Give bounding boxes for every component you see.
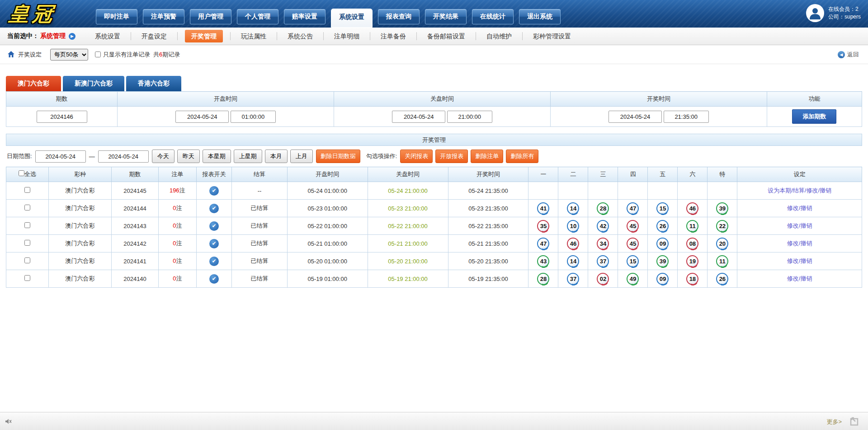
only-bet-records-checkbox[interactable] [95,51,101,57]
draw-date-input[interactable] [609,111,662,123]
quick-range-button-4[interactable]: 本月 [265,150,288,163]
action-link-0[interactable]: 修改 [787,275,799,282]
nav-tab-4[interactable]: 赔率设置 [284,9,326,24]
more-link[interactable]: 更多> [826,418,842,426]
close-time-input[interactable] [447,111,492,123]
action-link-2[interactable]: 修改 [806,187,818,194]
bets-suffix: 注 [176,257,182,264]
report-on-check-icon[interactable] [209,221,219,231]
report-on-check-icon[interactable] [209,186,219,196]
row-ball-cell: 46 [558,235,588,252]
nav-tab-6[interactable]: 报表查询 [378,9,420,24]
nav-tab-8[interactable]: 在线统计 [472,9,514,24]
lottery-tab-0[interactable]: 澳门六合彩 [6,76,61,91]
action-link-3[interactable]: 撤销 [820,187,831,194]
lottery-ball: 15 [627,255,639,267]
nav-tab-7[interactable]: 开奖结果 [425,9,467,24]
submenu-item-7[interactable]: 备份邮箱设置 [417,32,476,40]
quick-range-button-2[interactable]: 本星期 [203,150,231,163]
row-checkbox[interactable] [24,275,30,281]
date-from-input[interactable] [35,150,86,163]
action-link-0[interactable]: 修改 [787,222,799,229]
row-ball-cell: 39 [708,200,737,217]
submenu-item-0[interactable]: 系统设置 [85,32,131,40]
lottery-ball: 42 [597,220,609,232]
action-link-1[interactable]: 撤销 [800,275,812,282]
submenu-item-9[interactable]: 彩种管理设置 [523,32,581,40]
action-link-1[interactable]: 撤销 [800,205,812,211]
row-ball-cell: 22 [708,217,737,235]
submenu-item-4[interactable]: 系统公告 [277,32,324,40]
submenu-item-5[interactable]: 注单明细 [324,32,370,40]
report-on-check-icon[interactable] [209,257,219,266]
row-ball-cell: 14 [558,200,588,217]
row-checkbox[interactable] [24,187,30,193]
action-link-1[interactable]: 撤销 [800,222,812,229]
row-ball-cell: 45 [618,217,648,235]
op-button-0[interactable]: 关闭报表 [400,150,433,163]
popout-icon[interactable] [849,416,860,427]
company-label: 公司： [828,14,844,20]
nav-tab-0[interactable]: 即时注单 [96,9,137,24]
period-column-header: 开奖时间 [550,92,767,107]
draw-column-header: 一 [528,167,558,182]
row-checkbox[interactable] [24,222,30,228]
action-link-1[interactable]: 撤销 [800,240,812,247]
draw-column-header: 注单 [158,167,196,182]
row-draw-time: 05-19 21:35:00 [448,270,528,288]
quick-range-button-3[interactable]: 上星期 [234,150,262,163]
delete-date-data-button[interactable]: 删除日期数据 [316,150,360,163]
nav-tab-3[interactable]: 个人管理 [237,9,278,24]
submenu-item-8[interactable]: 自动维护 [476,32,523,40]
row-draw-time: 05-21 21:35:00 [448,235,528,252]
lottery-ball: 08 [686,238,698,250]
quick-range-button-1[interactable]: 昨天 [177,150,200,163]
action-link-1[interactable]: 撤销 [800,257,812,264]
submenu-item-3[interactable]: 玩法属性 [230,32,277,40]
lottery-ball: 37 [597,255,609,267]
action-link-0[interactable]: 修改 [787,240,799,247]
nav-tab-9[interactable]: 退出系统 [519,9,561,24]
report-on-check-icon[interactable] [209,239,219,248]
select-all-checkbox[interactable] [19,170,24,176]
quick-range-button-0[interactable]: 今天 [152,150,175,163]
add-period-button[interactable]: 添加期数 [792,109,836,124]
table-row: 澳门六合彩20241410注已结算05-20 01:00:0005-20 21:… [6,252,862,270]
row-ball-cell: 45 [618,235,648,252]
submenu-item-6[interactable]: 注单备份 [370,32,417,40]
draw-time-input[interactable] [664,111,709,123]
nav-tab-2[interactable]: 用户管理 [190,9,231,24]
lottery-tab-1[interactable]: 新澳门六合彩 [63,76,124,91]
close-date-input[interactable] [392,111,445,123]
row-ball-cell: 41 [528,200,558,217]
quick-range-button-5[interactable]: 上月 [290,150,313,163]
period-number-input[interactable] [37,111,87,123]
page-size-select[interactable]: 每页50条 [50,49,88,61]
open-date-input[interactable] [175,111,229,123]
op-button-2[interactable]: 删除注单 [471,150,503,163]
nav-tab-5[interactable]: 系统设置 [331,9,373,28]
report-on-check-icon[interactable] [209,274,219,284]
action-link-0[interactable]: 修改 [787,205,799,211]
action-link-0[interactable]: 设为本期 [768,187,791,194]
row-checkbox[interactable] [24,240,30,246]
back-button[interactable]: ◀ 返回 [838,51,859,59]
action-link-0[interactable]: 修改 [787,257,799,264]
report-on-check-icon[interactable] [209,204,219,213]
lottery-ball: 19 [686,255,698,267]
op-button-3[interactable]: 删除所有 [506,150,538,163]
op-button-1[interactable]: 开放报表 [435,150,468,163]
row-checkbox[interactable] [24,205,30,210]
lottery-ball: 46 [567,238,579,250]
nav-tab-1[interactable]: 注单预警 [143,9,184,24]
submenu-item-2[interactable]: 开奖管理 [185,30,223,42]
filter-checkbox-label[interactable]: 只显示有注单记录 [95,51,150,59]
open-time-input[interactable] [231,111,276,123]
date-to-input[interactable] [98,150,149,163]
action-link-1[interactable]: 结算 [793,187,805,194]
lottery-tab-2[interactable]: 香港六合彩 [126,76,181,91]
row-close-time: 05-24 21:00:00 [368,182,448,200]
row-checkbox[interactable] [24,257,30,263]
submenu-item-1[interactable]: 开盘设定 [131,32,178,40]
speaker-icon[interactable] [5,417,13,425]
